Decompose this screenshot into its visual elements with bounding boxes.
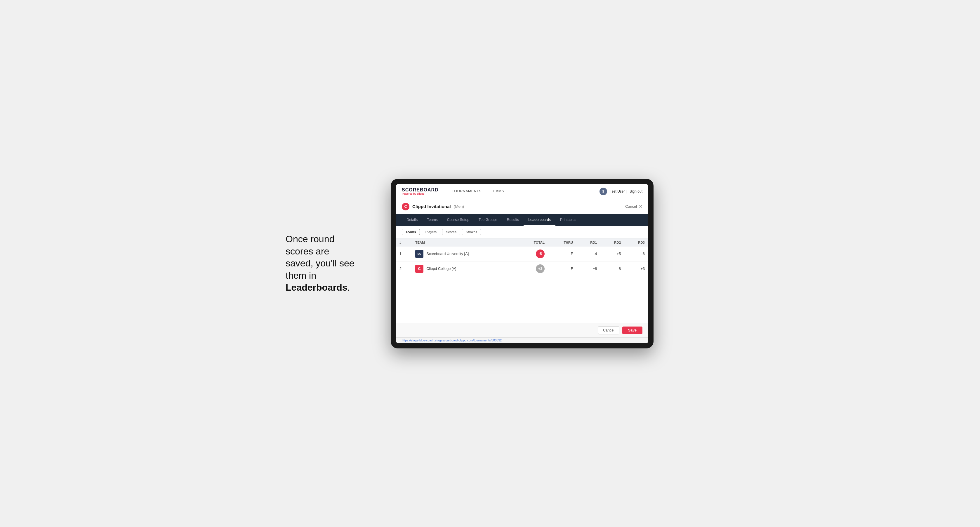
tab-printables[interactable]: Printables [555, 214, 581, 226]
logo-subtitle: Powered by clippd [402, 192, 439, 195]
footer-cancel-button[interactable]: Cancel [598, 326, 619, 334]
tab-results[interactable]: Results [502, 214, 524, 226]
tournament-cancel-button[interactable]: Cancel ✕ [625, 204, 643, 209]
footer-save-button[interactable]: Save [622, 327, 643, 334]
tab-leaderboards[interactable]: Leaderboards [523, 214, 555, 226]
team-logo-scoreboard: SU [415, 250, 423, 258]
row1-thru: F [548, 246, 576, 262]
tournament-header: C Clippd Invitational (Men) Cancel ✕ [396, 199, 648, 214]
tournament-icon: C [402, 203, 409, 210]
filter-teams[interactable]: Teams [402, 229, 420, 235]
col-rd1: RD1 [576, 238, 600, 246]
table-header-row: # TEAM TOTAL THRU RD1 RD2 RD3 [396, 238, 648, 246]
nav-bar: SCOREBOARD Powered by clippd TOURNAMENTS… [396, 184, 648, 199]
logo-area: SCOREBOARD Powered by clippd [402, 187, 439, 195]
filter-players[interactable]: Players [422, 229, 441, 235]
table-row: 2 C Clippd College [A] +3 F +8 -8 [396, 261, 648, 276]
empty-area [396, 276, 648, 323]
tab-course-setup[interactable]: Course Setup [442, 214, 474, 226]
filter-scores[interactable]: Scores [442, 229, 460, 235]
team-name-2: Clippd College [A] [426, 267, 456, 271]
row1-rd2: +5 [600, 246, 624, 262]
col-rd2: RD2 [600, 238, 624, 246]
col-thru: THRU [548, 238, 576, 246]
left-text-line2: scores are [286, 246, 329, 257]
col-total: TOTAL [517, 238, 548, 246]
page-wrapper: Once round scores are saved, you'll see … [286, 179, 694, 348]
user-avatar: S [600, 187, 607, 195]
logo-title: SCOREBOARD [402, 187, 439, 192]
score-badge-2: +3 [536, 264, 545, 273]
tournament-gender: (Men) [454, 204, 464, 209]
left-description: Once round scores are saved, you'll see … [286, 233, 373, 294]
row1-rank: 1 [396, 246, 412, 262]
tournament-title-area: C Clippd Invitational (Men) [402, 203, 464, 210]
url-text: https://stage-blue-coach.stagescoarboard… [402, 339, 502, 342]
user-name: Test User | [610, 189, 627, 194]
row1-rd3: -6 [624, 246, 648, 262]
left-text-bold: Leaderboards [286, 282, 347, 293]
nav-tournaments[interactable]: TOURNAMENTS [447, 184, 487, 199]
left-text-line4: them in [286, 270, 316, 281]
sub-tabs: Details Teams Course Setup Tee Groups Re… [396, 214, 648, 226]
score-badge-1: -5 [536, 249, 545, 258]
col-team: TEAM [412, 238, 517, 246]
col-rd3: RD3 [624, 238, 648, 246]
brand-name: clippd [417, 192, 425, 195]
tournament-name: Clippd Invitational [412, 204, 451, 209]
team-cell-2: C Clippd College [A] [415, 265, 513, 273]
team-logo-clippd: C [415, 265, 423, 273]
team-name-1: Scoreboard University [A] [426, 252, 469, 256]
footer-area: Cancel Save [396, 323, 648, 337]
url-bar: https://stage-blue-coach.stagescoarboard… [396, 337, 648, 343]
row2-rank: 2 [396, 261, 412, 276]
nav-teams[interactable]: TEAMS [486, 184, 509, 199]
row2-rd2: -8 [600, 261, 624, 276]
team-cell-1: SU Scoreboard University [A] [415, 250, 513, 258]
filter-strokes[interactable]: Strokes [462, 229, 481, 235]
row2-thru: F [548, 261, 576, 276]
row1-rd1: -4 [576, 246, 600, 262]
row2-team: C Clippd College [A] [412, 261, 517, 276]
row1-team: SU Scoreboard University [A] [412, 246, 517, 262]
leaderboard-table: # TEAM TOTAL THRU RD1 RD2 RD3 1 [396, 238, 648, 276]
nav-links: TOURNAMENTS TEAMS [447, 184, 600, 199]
row1-total: -5 [517, 246, 548, 262]
tab-details[interactable]: Details [402, 214, 422, 226]
tab-teams[interactable]: Teams [422, 214, 442, 226]
table-row: 1 SU Scoreboard University [A] -5 F -4 [396, 246, 648, 262]
tablet-frame: SCOREBOARD Powered by clippd TOURNAMENTS… [391, 179, 654, 348]
left-text-line3: saved, you'll see [286, 258, 355, 268]
nav-right: S Test User | Sign out [600, 187, 643, 195]
row2-rd3: +3 [624, 261, 648, 276]
tab-tee-groups[interactable]: Tee Groups [474, 214, 502, 226]
sign-out-link[interactable]: Sign out [630, 189, 643, 194]
col-rank: # [396, 238, 412, 246]
tablet-screen: SCOREBOARD Powered by clippd TOURNAMENTS… [396, 184, 648, 343]
row2-total: +3 [517, 261, 548, 276]
left-text-end: . [347, 282, 350, 293]
row2-rd1: +8 [576, 261, 600, 276]
left-text-line1: Once round [286, 234, 334, 244]
cancel-x-icon: ✕ [639, 204, 643, 209]
filter-bar: Teams Players Scores Strokes [396, 226, 648, 238]
